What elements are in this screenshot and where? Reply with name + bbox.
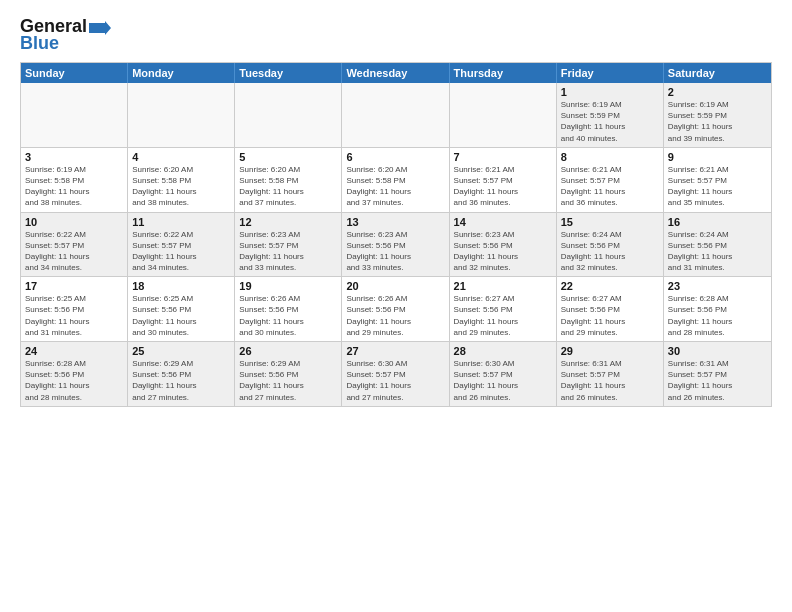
calendar-cell: 16Sunrise: 6:24 AM Sunset: 5:56 PM Dayli… xyxy=(664,213,771,277)
day-info: Sunrise: 6:25 AM Sunset: 5:56 PM Dayligh… xyxy=(132,293,230,338)
day-info: Sunrise: 6:23 AM Sunset: 5:56 PM Dayligh… xyxy=(454,229,552,274)
calendar-cell: 12Sunrise: 6:23 AM Sunset: 5:57 PM Dayli… xyxy=(235,213,342,277)
calendar-header: SundayMondayTuesdayWednesdayThursdayFrid… xyxy=(21,63,771,83)
calendar-week: 3Sunrise: 6:19 AM Sunset: 5:58 PM Daylig… xyxy=(21,148,771,213)
calendar-week: 17Sunrise: 6:25 AM Sunset: 5:56 PM Dayli… xyxy=(21,277,771,342)
calendar-cell xyxy=(21,83,128,147)
day-info: Sunrise: 6:19 AM Sunset: 5:58 PM Dayligh… xyxy=(25,164,123,209)
day-info: Sunrise: 6:30 AM Sunset: 5:57 PM Dayligh… xyxy=(346,358,444,403)
day-info: Sunrise: 6:23 AM Sunset: 5:56 PM Dayligh… xyxy=(346,229,444,274)
day-number: 2 xyxy=(668,86,767,98)
day-number: 19 xyxy=(239,280,337,292)
day-info: Sunrise: 6:27 AM Sunset: 5:56 PM Dayligh… xyxy=(561,293,659,338)
calendar-cell: 4Sunrise: 6:20 AM Sunset: 5:58 PM Daylig… xyxy=(128,148,235,212)
day-info: Sunrise: 6:29 AM Sunset: 5:56 PM Dayligh… xyxy=(239,358,337,403)
calendar-cell: 8Sunrise: 6:21 AM Sunset: 5:57 PM Daylig… xyxy=(557,148,664,212)
day-info: Sunrise: 6:24 AM Sunset: 5:56 PM Dayligh… xyxy=(561,229,659,274)
day-number: 5 xyxy=(239,151,337,163)
day-info: Sunrise: 6:20 AM Sunset: 5:58 PM Dayligh… xyxy=(346,164,444,209)
day-number: 29 xyxy=(561,345,659,357)
calendar-cell: 9Sunrise: 6:21 AM Sunset: 5:57 PM Daylig… xyxy=(664,148,771,212)
svg-marker-0 xyxy=(89,21,111,35)
day-info: Sunrise: 6:28 AM Sunset: 5:56 PM Dayligh… xyxy=(668,293,767,338)
day-number: 26 xyxy=(239,345,337,357)
calendar-cell xyxy=(128,83,235,147)
day-info: Sunrise: 6:20 AM Sunset: 5:58 PM Dayligh… xyxy=(239,164,337,209)
day-info: Sunrise: 6:21 AM Sunset: 5:57 PM Dayligh… xyxy=(454,164,552,209)
day-number: 10 xyxy=(25,216,123,228)
calendar-cell: 2Sunrise: 6:19 AM Sunset: 5:59 PM Daylig… xyxy=(664,83,771,147)
day-info: Sunrise: 6:20 AM Sunset: 5:58 PM Dayligh… xyxy=(132,164,230,209)
day-number: 8 xyxy=(561,151,659,163)
day-number: 4 xyxy=(132,151,230,163)
day-number: 14 xyxy=(454,216,552,228)
day-number: 28 xyxy=(454,345,552,357)
day-info: Sunrise: 6:28 AM Sunset: 5:56 PM Dayligh… xyxy=(25,358,123,403)
day-number: 20 xyxy=(346,280,444,292)
calendar-cell: 11Sunrise: 6:22 AM Sunset: 5:57 PM Dayli… xyxy=(128,213,235,277)
day-number: 9 xyxy=(668,151,767,163)
logo-blue: Blue xyxy=(20,33,59,54)
calendar-cell: 29Sunrise: 6:31 AM Sunset: 5:57 PM Dayli… xyxy=(557,342,664,406)
logo-arrow-icon xyxy=(89,21,111,35)
day-info: Sunrise: 6:22 AM Sunset: 5:57 PM Dayligh… xyxy=(25,229,123,274)
cal-header-cell: Friday xyxy=(557,63,664,83)
calendar-cell: 30Sunrise: 6:31 AM Sunset: 5:57 PM Dayli… xyxy=(664,342,771,406)
day-number: 24 xyxy=(25,345,123,357)
calendar-cell xyxy=(450,83,557,147)
day-number: 12 xyxy=(239,216,337,228)
page: General Blue SundayMondayTuesdayWednesda… xyxy=(0,0,792,612)
calendar-cell: 19Sunrise: 6:26 AM Sunset: 5:56 PM Dayli… xyxy=(235,277,342,341)
day-info: Sunrise: 6:23 AM Sunset: 5:57 PM Dayligh… xyxy=(239,229,337,274)
day-info: Sunrise: 6:19 AM Sunset: 5:59 PM Dayligh… xyxy=(561,99,659,144)
calendar-cell: 18Sunrise: 6:25 AM Sunset: 5:56 PM Dayli… xyxy=(128,277,235,341)
day-number: 21 xyxy=(454,280,552,292)
day-number: 16 xyxy=(668,216,767,228)
day-number: 30 xyxy=(668,345,767,357)
day-info: Sunrise: 6:21 AM Sunset: 5:57 PM Dayligh… xyxy=(561,164,659,209)
cal-header-cell: Sunday xyxy=(21,63,128,83)
day-info: Sunrise: 6:29 AM Sunset: 5:56 PM Dayligh… xyxy=(132,358,230,403)
day-info: Sunrise: 6:21 AM Sunset: 5:57 PM Dayligh… xyxy=(668,164,767,209)
cal-header-cell: Monday xyxy=(128,63,235,83)
day-number: 15 xyxy=(561,216,659,228)
day-number: 22 xyxy=(561,280,659,292)
cal-header-cell: Tuesday xyxy=(235,63,342,83)
day-number: 3 xyxy=(25,151,123,163)
calendar-week: 10Sunrise: 6:22 AM Sunset: 5:57 PM Dayli… xyxy=(21,213,771,278)
day-info: Sunrise: 6:26 AM Sunset: 5:56 PM Dayligh… xyxy=(346,293,444,338)
day-info: Sunrise: 6:26 AM Sunset: 5:56 PM Dayligh… xyxy=(239,293,337,338)
calendar-cell: 15Sunrise: 6:24 AM Sunset: 5:56 PM Dayli… xyxy=(557,213,664,277)
calendar-cell: 24Sunrise: 6:28 AM Sunset: 5:56 PM Dayli… xyxy=(21,342,128,406)
calendar-cell: 17Sunrise: 6:25 AM Sunset: 5:56 PM Dayli… xyxy=(21,277,128,341)
header: General Blue xyxy=(20,16,772,54)
calendar-cell: 13Sunrise: 6:23 AM Sunset: 5:56 PM Dayli… xyxy=(342,213,449,277)
calendar-cell xyxy=(235,83,342,147)
day-number: 17 xyxy=(25,280,123,292)
calendar-cell: 25Sunrise: 6:29 AM Sunset: 5:56 PM Dayli… xyxy=(128,342,235,406)
day-info: Sunrise: 6:25 AM Sunset: 5:56 PM Dayligh… xyxy=(25,293,123,338)
calendar-cell xyxy=(342,83,449,147)
day-info: Sunrise: 6:30 AM Sunset: 5:57 PM Dayligh… xyxy=(454,358,552,403)
calendar-cell: 21Sunrise: 6:27 AM Sunset: 5:56 PM Dayli… xyxy=(450,277,557,341)
day-number: 6 xyxy=(346,151,444,163)
calendar-week: 24Sunrise: 6:28 AM Sunset: 5:56 PM Dayli… xyxy=(21,342,771,406)
day-number: 13 xyxy=(346,216,444,228)
day-number: 27 xyxy=(346,345,444,357)
logo: General Blue xyxy=(20,16,111,54)
day-info: Sunrise: 6:24 AM Sunset: 5:56 PM Dayligh… xyxy=(668,229,767,274)
cal-header-cell: Saturday xyxy=(664,63,771,83)
calendar-cell: 1Sunrise: 6:19 AM Sunset: 5:59 PM Daylig… xyxy=(557,83,664,147)
calendar-cell: 28Sunrise: 6:30 AM Sunset: 5:57 PM Dayli… xyxy=(450,342,557,406)
calendar-cell: 20Sunrise: 6:26 AM Sunset: 5:56 PM Dayli… xyxy=(342,277,449,341)
calendar-cell: 10Sunrise: 6:22 AM Sunset: 5:57 PM Dayli… xyxy=(21,213,128,277)
day-number: 23 xyxy=(668,280,767,292)
calendar-cell: 14Sunrise: 6:23 AM Sunset: 5:56 PM Dayli… xyxy=(450,213,557,277)
day-info: Sunrise: 6:19 AM Sunset: 5:59 PM Dayligh… xyxy=(668,99,767,144)
day-info: Sunrise: 6:31 AM Sunset: 5:57 PM Dayligh… xyxy=(668,358,767,403)
calendar-cell: 5Sunrise: 6:20 AM Sunset: 5:58 PM Daylig… xyxy=(235,148,342,212)
calendar-wrapper: SundayMondayTuesdayWednesdayThursdayFrid… xyxy=(20,62,772,407)
calendar-week: 1Sunrise: 6:19 AM Sunset: 5:59 PM Daylig… xyxy=(21,83,771,148)
calendar-cell: 23Sunrise: 6:28 AM Sunset: 5:56 PM Dayli… xyxy=(664,277,771,341)
calendar-cell: 26Sunrise: 6:29 AM Sunset: 5:56 PM Dayli… xyxy=(235,342,342,406)
